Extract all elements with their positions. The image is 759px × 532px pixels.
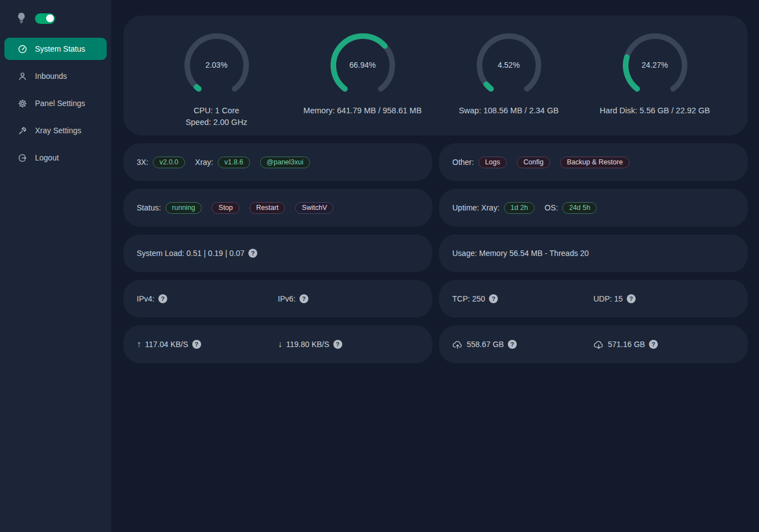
dashboard-icon (18, 44, 27, 54)
help-icon[interactable]: ? (158, 294, 167, 303)
ipv4-block: IPv4: ? (137, 294, 278, 303)
disk-caption: Hard Disk: 5.56 GB / 22.92 GB (600, 105, 710, 117)
sidebar-item-label: Xray Settings (35, 126, 81, 135)
sidebar-item-label: Logout (35, 153, 59, 162)
swap-caption: Swap: 108.56 MB / 2.34 GB (459, 105, 559, 117)
cpu-caption-line2: Speed: 2.00 GHz (186, 117, 247, 128)
sidebar-item-inbounds[interactable]: Inbounds (4, 65, 107, 87)
bulb-icon (17, 12, 26, 24)
usage-card: Usage: Memory 56.54 MB - Threads 20 (439, 234, 748, 272)
disk-caption-line1: Hard Disk: 5.56 GB / 22.92 GB (600, 105, 710, 117)
label-status: Status: (137, 203, 161, 212)
label-other: Other: (452, 158, 474, 167)
memory-caption: Memory: 641.79 MB / 958.61 MB (303, 105, 422, 117)
download-speed-block: ↓ 119.80 KB/S ? (278, 339, 419, 349)
cloud-upload-icon (452, 340, 463, 349)
cpu-caption: CPU: 1 Core Speed: 2.00 GHz (186, 105, 247, 128)
panel-version-badge[interactable]: v2.0.0 (153, 157, 185, 168)
total-upload-text: 558.67 GB (467, 340, 504, 349)
user-icon (18, 72, 27, 81)
swap-percent: 4.52% (475, 61, 543, 69)
backup-restore-button[interactable]: Backup & Restore (560, 157, 630, 168)
arrow-up-icon: ↑ (137, 339, 141, 349)
help-icon[interactable]: ? (192, 340, 201, 349)
gauge-progress (196, 87, 198, 89)
cpu-percent: 2.03% (183, 61, 251, 69)
memory-caption-line1: Memory: 641.79 MB / 958.61 MB (303, 105, 422, 117)
sidebar-item-label: Inbounds (35, 72, 67, 81)
telegram-channel-badge[interactable]: @panel3xui (260, 157, 310, 168)
status-card: Status: running Stop Restart SwitchV (123, 189, 432, 227)
help-icon[interactable]: ? (508, 340, 517, 349)
os-uptime-badge: 24d 5h (562, 202, 597, 214)
total-download-block: 571.16 GB ? (593, 340, 735, 349)
version-card: 3X: v2.0.0 Xray: v1.8.6 @panel3xui (123, 143, 432, 181)
system-load-text: System Load: 0.51 | 0.19 | 0.07 (137, 249, 244, 258)
label-uptime-xray: Uptime: Xray: (452, 203, 500, 212)
xray-uptime-badge: 1d 2h (504, 202, 535, 214)
upload-speed-text: 117.04 KB/S (145, 340, 188, 349)
uptime-card: Uptime: Xray: 1d 2h OS: 24d 5h (439, 189, 748, 227)
upload-speed-block: ↑ 117.04 KB/S ? (137, 339, 278, 349)
gauge-progress (486, 84, 491, 89)
help-icon[interactable]: ? (489, 294, 498, 303)
logs-button[interactable]: Logs (478, 157, 507, 168)
cloud-download-icon (593, 340, 604, 349)
config-button[interactable]: Config (517, 157, 550, 168)
help-icon[interactable]: ? (333, 340, 342, 349)
label-3x: 3X: (137, 158, 148, 167)
disk-gauge: 24.27% Hard Disk: 5.56 GB / 22.92 GB (582, 32, 728, 135)
swap-gauge: 4.52% Swap: 108.56 MB / 2.34 GB (436, 32, 582, 135)
info-cards-grid: 3X: v2.0.0 Xray: v1.8.6 @panel3xui Other… (123, 143, 748, 363)
ipv6-label: IPv6: (278, 294, 296, 303)
disk-percent: 24.27% (621, 61, 689, 69)
sidebar-item-logout[interactable]: Logout (4, 147, 107, 169)
ipv6-block: IPv6: ? (278, 294, 419, 303)
logout-icon (18, 153, 27, 163)
stop-button[interactable]: Stop (212, 202, 239, 214)
ip-card: IPv4: ? IPv6: ? (123, 280, 432, 318)
udp-count-text: UDP: 15 (593, 294, 623, 303)
xray-version-badge[interactable]: v1.8.6 (218, 157, 250, 168)
tcp-count-text: TCP: 250 (452, 294, 485, 303)
sidebar-item-panel-settings[interactable]: Panel Settings (4, 92, 107, 114)
udp-block: UDP: 15 ? (593, 294, 735, 303)
help-icon[interactable]: ? (299, 294, 308, 303)
sidebar-item-xray-settings[interactable]: Xray Settings (4, 119, 107, 142)
toggle-knob (46, 14, 54, 22)
total-traffic-card: 558.67 GB ? 571.16 GB ? (439, 325, 748, 363)
network-speed-card: ↑ 117.04 KB/S ? ↓ 119.80 KB/S ? (123, 325, 432, 363)
status-badge: running (166, 202, 202, 214)
cpu-gauge: 2.03% CPU: 1 Core Speed: 2.00 GHz (143, 32, 289, 135)
total-upload-block: 558.67 GB ? (452, 340, 593, 349)
help-icon[interactable]: ? (248, 249, 257, 258)
sidebar-item-label: Panel Settings (35, 99, 85, 108)
gear-icon (18, 99, 27, 108)
theme-toggle-row (0, 11, 111, 26)
memory-percent: 66.94% (329, 61, 397, 69)
label-xray: Xray: (195, 158, 213, 167)
sidebar-item-system-status[interactable]: System Status (4, 38, 107, 60)
other-card: Other: Logs Config Backup & Restore (439, 143, 748, 181)
restart-button[interactable]: Restart (249, 202, 285, 214)
connections-card: TCP: 250 ? UDP: 15 ? (439, 280, 748, 318)
help-icon[interactable]: ? (627, 294, 636, 303)
tcp-block: TCP: 250 ? (452, 294, 593, 303)
system-load-card: System Load: 0.51 | 0.19 | 0.07 ? (123, 234, 432, 272)
swap-caption-line1: Swap: 108.56 MB / 2.34 GB (459, 105, 559, 117)
memory-gauge: 66.94% Memory: 641.79 MB / 958.61 MB (289, 32, 436, 135)
usage-text: Usage: Memory 56.54 MB - Threads 20 (452, 249, 589, 258)
wrench-icon (18, 126, 27, 135)
total-download-text: 571.16 GB (608, 340, 645, 349)
cpu-caption-line1: CPU: 1 Core (186, 105, 247, 117)
theme-toggle[interactable] (35, 13, 55, 24)
sidebar: System Status Inbounds Panel Settings (0, 0, 111, 532)
ipv4-label: IPv4: (137, 294, 154, 303)
system-gauges-card: 2.03% CPU: 1 Core Speed: 2.00 GHz 66.94%… (123, 16, 748, 135)
label-os: OS: (545, 203, 558, 212)
switch-version-button[interactable]: SwitchV (295, 202, 333, 214)
help-icon[interactable]: ? (649, 340, 658, 349)
download-speed-text: 119.80 KB/S (286, 340, 329, 349)
arrow-down-icon: ↓ (278, 339, 282, 349)
main-content: 2.03% CPU: 1 Core Speed: 2.00 GHz 66.94%… (111, 0, 759, 532)
